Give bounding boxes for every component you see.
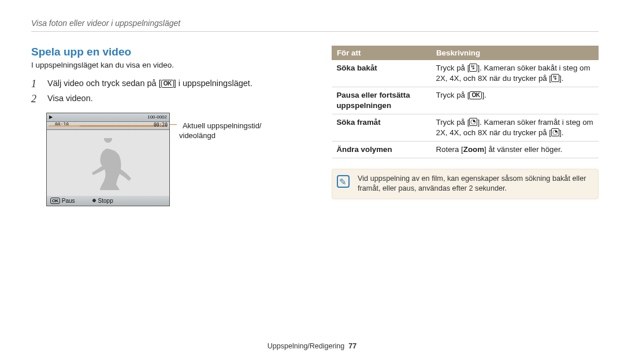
page: Visa foton eller videor i uppspelningslä…: [0, 0, 624, 364]
row-desc: Rotera [Zoom] åt vänster eller höger.: [432, 141, 599, 158]
time-elapsed: 00:10: [55, 122, 69, 128]
footer-section: Uppspelning/Redigering: [268, 342, 344, 350]
col-header-desc: Beskrivning: [432, 46, 599, 60]
zoom-bold: Zoom: [463, 145, 484, 154]
note-text: Vid uppspelning av en film, kan egenskap…: [358, 174, 586, 193]
col-header-for: För att: [332, 46, 432, 60]
step-2: 2 Visa videon.: [47, 92, 307, 104]
table-row: Söka framåt Tryck på []. Kameran söker f…: [332, 114, 599, 141]
screenshot-video-area: [47, 130, 169, 196]
flash-key-icon: [469, 64, 477, 72]
row-desc: Tryck på []. Kameran söker framåt i steg…: [432, 114, 599, 141]
timer-key-icon: [469, 118, 477, 126]
timer-key-icon: [551, 128, 559, 136]
callout: Aktuell uppspelningstid/ videolängd: [179, 121, 261, 142]
controls-table: För att Beskrivning Söka bakåt Tryck på …: [332, 46, 599, 158]
section-heading: Spela upp en video: [31, 46, 307, 58]
screenshot-row: ▶ 100-0002 00:10 00:20 OK Paus St: [46, 113, 307, 206]
ok-key-icon: OK: [161, 80, 174, 88]
note-box: Vid uppspelning av en film, kan egenskap…: [332, 169, 599, 200]
step-text-pre: Välj video och tryck sedan på [: [47, 79, 161, 88]
skater-silhouette-icon: [85, 138, 131, 196]
step-number: 1: [31, 77, 36, 91]
row-label: Söka bakåt: [332, 60, 432, 87]
time-total: 00:20: [154, 122, 168, 128]
paus-control: OK Paus: [50, 198, 75, 204]
page-number: 77: [348, 342, 356, 350]
right-column: För att Beskrivning Söka bakåt Tryck på …: [332, 46, 599, 206]
table-row: Ändra volymen Rotera [Zoom] åt vänster e…: [332, 141, 599, 158]
flash-key-icon: [551, 74, 559, 82]
two-column-layout: Spela upp en video I uppspelningsläget k…: [31, 46, 599, 206]
step-number: 2: [31, 92, 36, 106]
flower-key-icon: [91, 198, 97, 203]
callout-text: Aktuell uppspelningstid/ videolängd: [179, 121, 261, 140]
table-row: Söka bakåt Tryck på []. Kameran söker ba…: [332, 60, 599, 87]
step-list: 1 Välj video och tryck sedan på [OK] i u…: [31, 77, 307, 105]
screenshot-timebar: 00:10 00:20: [47, 122, 169, 130]
intro-text: I uppspelningsläget kan du visa en video…: [31, 61, 307, 69]
stopp-control: Stopp: [91, 198, 113, 204]
step-1: 1 Välj video och tryck sedan på [OK] i u…: [47, 77, 307, 89]
file-counter: 100-0002: [147, 114, 167, 120]
row-label: Söka framåt: [332, 114, 432, 141]
page-footer: Uppspelning/Redigering 77: [0, 342, 624, 350]
screenshot-statusbar: ▶ 100-0002: [47, 113, 169, 122]
table-row: Pausa eller fortsätta uppspelningen Tryc…: [332, 87, 599, 114]
screenshot-footer: OK Paus Stopp: [47, 196, 169, 206]
ok-key-icon: OK: [50, 198, 60, 204]
video-player-screenshot: ▶ 100-0002 00:10 00:20 OK Paus St: [46, 113, 170, 206]
row-desc: Tryck på []. Kameran söker bakåt i steg …: [432, 60, 599, 87]
row-desc: Tryck på [OK].: [432, 87, 599, 114]
play-icon: ▶: [49, 114, 53, 120]
step-text-post: ] i uppspelningsläget.: [174, 79, 252, 88]
ok-key-icon: OK: [469, 91, 482, 99]
step-text: Visa videon.: [47, 94, 93, 103]
row-label: Ändra volymen: [332, 141, 432, 158]
note-icon: [337, 175, 350, 188]
divider: [31, 31, 599, 32]
left-column: Spela upp en video I uppspelningsläget k…: [31, 46, 307, 206]
table-header-row: För att Beskrivning: [332, 46, 599, 60]
row-label: Pausa eller fortsätta uppspelningen: [332, 87, 432, 114]
breadcrumb: Visa foton eller videor i uppspelningslä…: [31, 18, 599, 28]
